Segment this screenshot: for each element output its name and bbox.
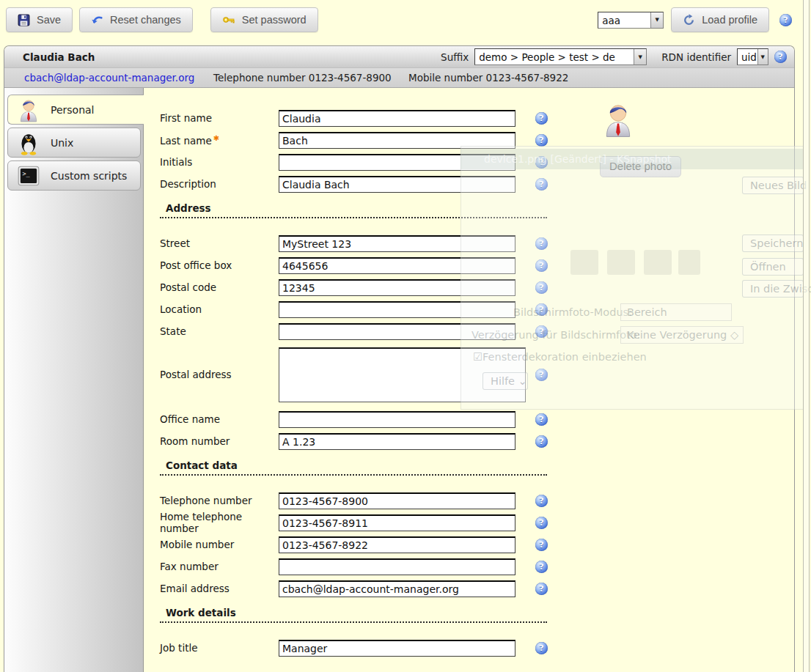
help-icon[interactable] [535, 237, 548, 250]
first-name-input[interactable] [279, 110, 515, 127]
field-label: Postal address [160, 369, 279, 380]
personal-form: First name Last name✱ Initials Descripti… [144, 88, 794, 672]
form-row: Last name✱ [160, 129, 794, 151]
lam-user-edit-page: { "toolbar": { "save": "Save", "reset": … [0, 0, 811, 672]
telephone-number-input[interactable] [279, 492, 515, 509]
postal-code-input[interactable] [279, 279, 515, 296]
room-number-input[interactable] [279, 433, 515, 450]
form-row: Fax number [160, 555, 794, 577]
dropdown-arrow-icon[interactable]: ▼ [757, 49, 768, 64]
help-icon[interactable] [535, 156, 548, 169]
field-label: Email address [160, 583, 279, 594]
state-input[interactable] [279, 323, 515, 340]
required-marker: ✱ [213, 134, 219, 142]
save-button[interactable]: Save [6, 7, 73, 32]
form-row: Postal code [160, 276, 794, 298]
field-label: Street [160, 237, 279, 249]
form-row: Job title [160, 637, 794, 659]
header-help-icon[interactable] [774, 51, 787, 63]
home-telephone-input[interactable] [279, 514, 515, 531]
help-icon[interactable] [535, 561, 548, 573]
tab-unix-label: Unix [51, 137, 73, 149]
help-icon[interactable] [535, 539, 548, 551]
field-label: Mobile number [160, 539, 279, 550]
section-heading-address: Address [160, 202, 547, 218]
email-address-input[interactable] [279, 580, 515, 597]
mobile-number-input[interactable] [279, 536, 515, 553]
help-icon[interactable] [535, 259, 548, 272]
post-office-box-input[interactable] [279, 257, 515, 274]
set-password-label: Set password [242, 14, 307, 26]
help-icon[interactable] [535, 413, 548, 426]
help-icon[interactable] [535, 642, 548, 654]
form-row: Postal address [160, 344, 794, 405]
help-icon[interactable] [535, 583, 548, 595]
street-input[interactable] [279, 235, 515, 252]
form-row: Street [160, 232, 794, 254]
delete-photo-button[interactable]: Delete photo [600, 156, 681, 177]
load-profile-button[interactable]: Load profile [671, 7, 769, 32]
form-row: Post office box [160, 254, 794, 276]
tab-personal[interactable]: Personal [7, 95, 144, 125]
help-icon[interactable] [535, 435, 548, 448]
form-row: First name [160, 107, 794, 129]
field-label: Fax number [160, 561, 279, 572]
save-icon [18, 14, 30, 26]
field-label: Telephone number [160, 495, 279, 506]
suffix-label: Suffix [441, 51, 469, 63]
postal-address-textarea[interactable] [279, 347, 526, 402]
form-row: Mobile number [160, 533, 794, 555]
tab-personal-label: Personal [51, 104, 95, 116]
save-label: Save [37, 14, 61, 26]
help-icon[interactable] [535, 369, 548, 381]
toolbar-help-icon[interactable] [779, 14, 792, 26]
last-name-input[interactable] [279, 132, 515, 149]
rdn-select[interactable]: uid ▼ [737, 48, 768, 65]
help-icon[interactable] [535, 134, 548, 147]
tab-custom-scripts[interactable]: Custom scripts [7, 160, 141, 191]
job-title-input[interactable] [279, 640, 515, 657]
profile-select[interactable]: aaa ▼ [598, 12, 664, 29]
person-icon [16, 97, 41, 122]
help-icon[interactable] [535, 112, 548, 125]
office-name-input[interactable] [279, 411, 515, 428]
form-row: Office name [160, 408, 794, 430]
suffix-select[interactable]: demo > People > test > de ▼ [474, 48, 647, 65]
help-icon[interactable] [535, 303, 548, 316]
field-label: Last name [160, 135, 212, 147]
location-input[interactable] [279, 301, 515, 318]
rdn-label: RDN identifier [661, 51, 731, 63]
module-sidebar: Personal Unix Custom scripts [4, 88, 144, 672]
dropdown-arrow-icon[interactable]: ▼ [634, 49, 646, 64]
form-row: Description [160, 173, 794, 195]
help-icon[interactable] [535, 517, 548, 529]
form-row: Email address [160, 577, 794, 599]
reset-changes-label: Reset changes [110, 14, 181, 26]
field-label: Location [160, 303, 279, 315]
help-icon[interactable] [535, 495, 548, 507]
fax-number-input[interactable] [279, 558, 515, 575]
reset-changes-button[interactable]: Reset changes [79, 7, 193, 32]
tab-custom-scripts-label: Custom scripts [51, 170, 127, 182]
telephone-summary: Telephone number 0123-4567-8900 [213, 72, 392, 84]
field-label: Office name [160, 413, 279, 425]
top-toolbar: Save Reset changes Set password aaa ▼ Lo… [0, 0, 811, 40]
field-label: Room number [160, 435, 279, 447]
initials-input[interactable] [279, 154, 515, 171]
help-icon[interactable] [535, 178, 548, 191]
tab-unix[interactable]: Unix [7, 128, 141, 158]
field-label: Post office box [160, 259, 279, 271]
field-label: Job title [160, 642, 279, 654]
field-label: Description [160, 178, 279, 190]
user-photo[interactable] [600, 98, 636, 141]
set-password-button[interactable]: Set password [210, 7, 318, 32]
undo-icon [91, 14, 103, 26]
dropdown-arrow-icon[interactable]: ▼ [650, 12, 663, 28]
scrollbar-strip[interactable] [803, 0, 810, 672]
description-input[interactable] [279, 176, 515, 193]
section-heading-contact: Contact data [160, 459, 547, 476]
help-icon[interactable] [535, 325, 548, 338]
rdn-select-value: uid [738, 49, 757, 64]
help-icon[interactable] [535, 281, 548, 294]
email-link[interactable]: cbach@ldap-account-manager.org [24, 72, 194, 84]
